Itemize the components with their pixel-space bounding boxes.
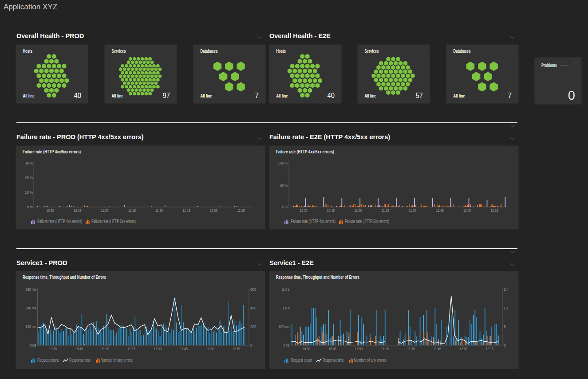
svg-text:8: 8	[504, 324, 506, 329]
svg-text:240 ms: 240 ms	[26, 306, 36, 310]
svg-text:12:00: 12:00	[460, 347, 468, 351]
svg-text:10:30: 10:30	[49, 347, 57, 351]
svg-text:120 ms: 120 ms	[26, 324, 36, 329]
svg-text:30 %: 30 %	[25, 161, 33, 165]
svg-text:0 %: 0 %	[27, 205, 33, 209]
svg-text:200: 200	[250, 324, 257, 329]
svg-text:10:45: 10:45	[329, 347, 337, 351]
svg-text:Databases: Databases	[454, 48, 471, 54]
svg-text:100 %: 100 %	[278, 161, 288, 165]
svg-text:Number of any errors: Number of any errors	[354, 358, 386, 363]
svg-text:Request count: Request count	[37, 358, 59, 363]
svg-text:All fine: All fine	[454, 93, 465, 98]
svg-text:0: 0	[250, 343, 253, 348]
svg-text:Failure rate (HTTP 4xx errors): Failure rate (HTTP 4xx errors)	[291, 219, 335, 224]
svg-text:11:30: 11:30	[407, 347, 415, 351]
svg-text:16: 16	[504, 306, 508, 310]
svg-text:11:00: 11:00	[354, 208, 362, 213]
svg-text:11:15: 11:15	[128, 347, 136, 351]
svg-text:11:45: 11:45	[183, 208, 190, 213]
svg-text:7: 7	[508, 92, 512, 99]
svg-text:360 ms: 360 ms	[26, 287, 36, 292]
svg-text:7: 7	[255, 92, 259, 99]
svg-text:Failure rate (HTTP 5xx errors): Failure rate (HTTP 5xx errors)	[345, 219, 389, 224]
svg-text:11:15: 11:15	[381, 347, 389, 351]
svg-text:11:45: 11:45	[434, 347, 442, 351]
svg-text:11:30: 11:30	[409, 208, 416, 213]
svg-text:12:15: 12:15	[490, 208, 498, 213]
svg-text:Response time: Response time	[69, 358, 91, 363]
svg-text:12:15: 12:15	[486, 347, 494, 351]
svg-text:12:00: 12:00	[463, 208, 471, 213]
svg-text:0 ms: 0 ms	[284, 343, 290, 348]
svg-text:11:30: 11:30	[154, 347, 162, 351]
svg-text:Failure rate (HTTP 4xx errors): Failure rate (HTTP 4xx errors)	[37, 219, 82, 224]
svg-text:10:45: 10:45	[75, 347, 83, 351]
svg-text:Services: Services	[112, 48, 126, 54]
svg-text:11:45: 11:45	[436, 208, 444, 213]
svg-text:20 %: 20 %	[25, 176, 33, 180]
svg-text:All fine: All fine	[276, 93, 288, 98]
svg-text:All fine: All fine	[112, 93, 123, 98]
svg-text:40: 40	[328, 92, 335, 99]
svg-text:11:00: 11:00	[355, 347, 363, 351]
svg-text:2.4 s: 2.4 s	[282, 287, 290, 292]
svg-text:Databases: Databases	[201, 48, 218, 54]
svg-text:Hosts: Hosts	[276, 48, 286, 54]
svg-text:50 %: 50 %	[280, 183, 288, 188]
svg-text:Problems: Problems	[541, 63, 557, 68]
svg-text:11:45: 11:45	[180, 347, 188, 351]
svg-text:Hosts: Hosts	[23, 48, 33, 54]
svg-text:10:30: 10:30	[300, 208, 307, 213]
svg-text:97: 97	[163, 92, 170, 99]
svg-text:Response time, Throughput and: Response time, Throughput and Number of …	[23, 274, 106, 280]
svg-text:24: 24	[504, 287, 508, 292]
svg-text:10:45: 10:45	[74, 208, 81, 213]
svg-text:11:00: 11:00	[101, 208, 108, 213]
svg-text:10 %: 10 %	[25, 190, 33, 195]
svg-text:800 ms: 800 ms	[279, 324, 290, 329]
svg-text:12:15: 12:15	[237, 208, 245, 213]
svg-text:0 ms: 0 ms	[30, 343, 36, 348]
svg-text:0: 0	[504, 343, 506, 348]
svg-text:Response time, Throughput and: Response time, Throughput and Number of …	[276, 274, 359, 280]
svg-text:Services: Services	[365, 48, 379, 54]
svg-text:57: 57	[416, 92, 423, 99]
svg-text:11:00: 11:00	[102, 347, 110, 351]
svg-text:10:45: 10:45	[327, 208, 335, 213]
svg-text:400: 400	[250, 306, 257, 310]
svg-text:40: 40	[74, 92, 81, 99]
svg-text:11:30: 11:30	[155, 208, 163, 213]
svg-text:600: 600	[250, 287, 257, 292]
svg-text:Request count: Request count	[291, 358, 312, 363]
svg-text:12:00: 12:00	[210, 208, 217, 213]
svg-text:11:15: 11:15	[128, 208, 136, 213]
svg-text:Failure rate (HTTP 5xx errors): Failure rate (HTTP 5xx errors)	[91, 219, 136, 224]
svg-text:Number of any errors: Number of any errors	[101, 358, 133, 363]
svg-text:All fine: All fine	[201, 93, 212, 98]
svg-text:10:30: 10:30	[46, 208, 54, 213]
svg-text:12:15: 12:15	[233, 347, 241, 351]
svg-text:12:00: 12:00	[206, 347, 214, 351]
svg-text:Response time: Response time	[323, 358, 344, 363]
svg-text:All fine: All fine	[23, 93, 35, 98]
svg-text:0 %: 0 %	[282, 205, 288, 209]
svg-text:0: 0	[568, 88, 575, 102]
svg-text:10:30: 10:30	[303, 347, 311, 351]
svg-text:Failure rate (HTTP 4xx/5xx err: Failure rate (HTTP 4xx/5xx errors)	[23, 149, 81, 154]
svg-text:11:15: 11:15	[382, 208, 389, 213]
svg-text:Failure rate (HTTP 4xx/5xx err: Failure rate (HTTP 4xx/5xx errors)	[276, 149, 334, 154]
svg-text:1.6 s: 1.6 s	[283, 306, 290, 310]
svg-text:All fine: All fine	[365, 93, 376, 98]
